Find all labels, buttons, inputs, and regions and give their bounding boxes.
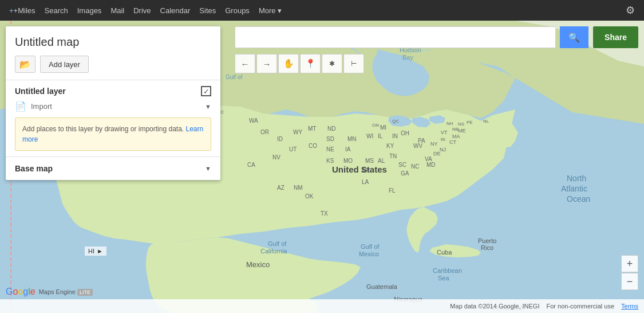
- svg-text:CA: CA: [247, 162, 255, 168]
- pan-button[interactable]: ✋: [278, 54, 299, 73]
- svg-text:NM: NM: [294, 185, 303, 191]
- svg-text:MN: MN: [347, 136, 357, 142]
- svg-text:North: North: [567, 174, 586, 183]
- lite-badge: LITE: [77, 289, 93, 296]
- nav-images[interactable]: Images: [73, 0, 106, 21]
- svg-text:ND: ND: [327, 126, 335, 132]
- svg-text:NC: NC: [411, 163, 419, 170]
- folder-button[interactable]: 📂: [15, 56, 35, 73]
- hint-text: Add places to this layer by drawing or i…: [22, 125, 184, 133]
- gear-icon[interactable]: ⚙: [621, 4, 639, 17]
- svg-text:Mexico: Mexico: [359, 251, 379, 257]
- svg-text:VT: VT: [441, 130, 448, 135]
- svg-text:NV: NV: [272, 154, 280, 161]
- svg-text:IA: IA: [345, 146, 351, 152]
- svg-text:SC: SC: [398, 162, 406, 168]
- zoom-out-button[interactable]: −: [621, 273, 638, 290]
- google-text: Google: [6, 287, 35, 297]
- svg-text:MI: MI: [380, 124, 386, 131]
- search-button[interactable]: 🔍: [560, 26, 588, 48]
- measure-button[interactable]: ⊢: [343, 54, 364, 73]
- svg-text:NH: NH: [447, 121, 453, 126]
- svg-text:Caribbean: Caribbean: [433, 267, 462, 274]
- terms-link[interactable]: Terms: [621, 303, 638, 310]
- map-title: Untitled map: [15, 36, 211, 49]
- map-toolbar: ← → ✋ 📍 ✱ ⊢: [235, 54, 364, 73]
- svg-text:KS: KS: [326, 158, 334, 164]
- svg-text:MD: MD: [426, 162, 436, 168]
- search-input[interactable]: [235, 26, 555, 48]
- svg-text:California: California: [260, 248, 287, 255]
- svg-text:LA: LA: [362, 179, 369, 185]
- hawaii-arrow: ►: [97, 248, 103, 255]
- nav-plus-miles[interactable]: ++Miles: [5, 0, 40, 21]
- nav-calendar[interactable]: Calendar: [156, 0, 195, 21]
- svg-text:Sea: Sea: [438, 275, 449, 281]
- share-button[interactable]: Share: [593, 26, 638, 48]
- polyline-button[interactable]: ✱: [322, 54, 342, 73]
- svg-text:CT: CT: [449, 139, 456, 145]
- nav-search[interactable]: Search: [40, 0, 73, 21]
- svg-text:MA: MA: [452, 134, 460, 139]
- maps-engine-text: Maps Engine LITE: [39, 288, 93, 295]
- svg-text:WY: WY: [293, 129, 302, 135]
- svg-text:Gulf of: Gulf of: [268, 240, 287, 247]
- svg-text:OH: OH: [401, 130, 409, 136]
- zoom-in-button[interactable]: +: [621, 255, 638, 272]
- undo-button[interactable]: ←: [235, 54, 255, 73]
- svg-text:NS: NS: [458, 122, 464, 127]
- svg-text:PA: PA: [418, 138, 425, 144]
- map-container[interactable]: Canada Hudson Bay United States Mexico N…: [0, 21, 644, 313]
- hawaii-label: HI ►: [85, 247, 106, 256]
- nav-mail[interactable]: Mail: [106, 0, 129, 21]
- left-panel: Untitled map 📂 Add layer Untitled layer …: [6, 26, 220, 180]
- hint-box: Add places to this layer by drawing or i…: [15, 118, 211, 151]
- non-commercial-text: For non-commercial use: [546, 303, 614, 310]
- svg-text:AR: AR: [362, 167, 370, 174]
- panel-header: Untitled map 📂 Add layer: [6, 26, 220, 80]
- import-dropdown-arrow[interactable]: ▼: [205, 103, 211, 110]
- svg-text:NJ: NJ: [440, 147, 446, 152]
- svg-text:UT: UT: [289, 146, 297, 152]
- add-layer-button[interactable]: Add layer: [40, 56, 89, 73]
- svg-text:QC: QC: [392, 119, 399, 124]
- nav-more[interactable]: More ▾: [254, 0, 286, 21]
- svg-text:MT: MT: [308, 126, 316, 132]
- nav-drive[interactable]: Drive: [129, 0, 155, 21]
- svg-text:IN: IN: [392, 133, 398, 139]
- svg-text:OK: OK: [305, 193, 314, 199]
- svg-text:MO: MO: [343, 158, 353, 164]
- svg-text:AZ: AZ: [277, 185, 285, 191]
- basemap-dropdown-arrow[interactable]: ▼: [205, 165, 211, 172]
- svg-text:NB: NB: [452, 127, 459, 132]
- svg-text:United States: United States: [332, 165, 387, 174]
- svg-text:Puerto: Puerto: [478, 237, 496, 244]
- svg-text:ME: ME: [458, 128, 466, 134]
- import-icon: 📄: [15, 101, 26, 112]
- redo-button[interactable]: →: [256, 54, 277, 73]
- marker-button[interactable]: 📍: [300, 54, 321, 73]
- nav-groups[interactable]: Groups: [220, 0, 254, 21]
- svg-text:Ocean: Ocean: [567, 194, 590, 204]
- google-logo: Google Maps Engine LITE: [6, 287, 93, 297]
- panel-actions: 📂 Add layer: [15, 56, 211, 73]
- search-icon: 🔍: [568, 32, 580, 43]
- svg-text:OR: OR: [260, 129, 269, 135]
- layer-checkbox[interactable]: ✓: [201, 86, 211, 96]
- layer-section: Untitled layer ✓ 📄 Import ▼ Add places t…: [6, 80, 220, 157]
- svg-text:IL: IL: [378, 133, 383, 139]
- bottom-bar: Map data ©2014 Google, INEGI For non-com…: [0, 299, 644, 313]
- svg-text:Mexico: Mexico: [246, 260, 270, 269]
- svg-text:NL: NL: [483, 119, 489, 124]
- svg-text:MS: MS: [365, 158, 374, 164]
- svg-text:Gulf of: Gulf of: [226, 74, 243, 80]
- svg-text:TN: TN: [389, 153, 397, 159]
- basemap-section: Base map ▼: [6, 157, 220, 180]
- nav-sites[interactable]: Sites: [195, 0, 220, 21]
- svg-text:Rico: Rico: [481, 244, 493, 251]
- svg-text:NE: NE: [326, 146, 334, 152]
- map-data-text: Map data ©2014 Google, INEGI: [450, 303, 539, 310]
- import-link[interactable]: Import: [31, 102, 52, 111]
- svg-text:Guatemala: Guatemala: [366, 283, 398, 290]
- basemap-title: Base map: [15, 164, 53, 173]
